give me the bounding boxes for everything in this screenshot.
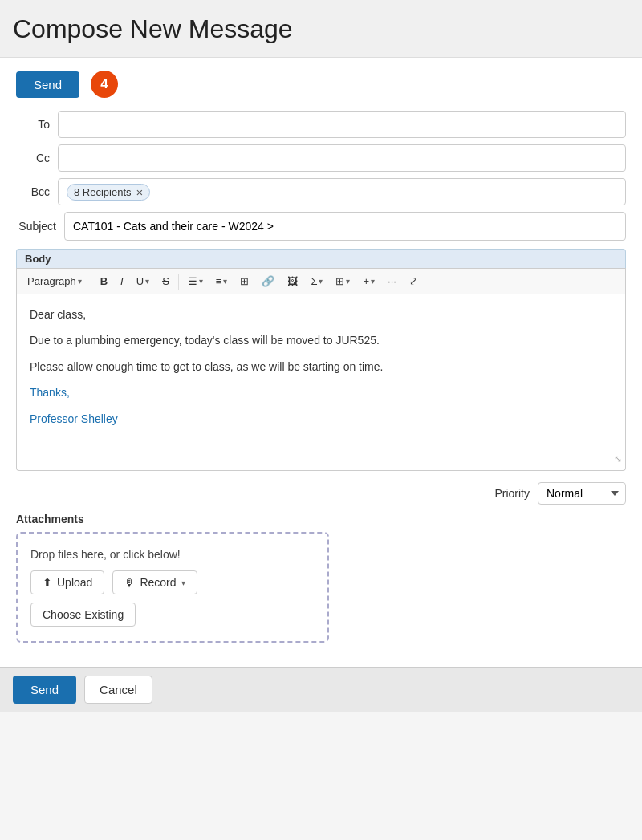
cc-label: Cc <box>16 152 58 164</box>
priority-label: Priority <box>494 487 530 500</box>
bcc-chip-text: 8 Recipients <box>74 186 132 198</box>
toolbar-expand[interactable]: ⤢ <box>404 272 424 290</box>
priority-row: Priority Normal High Low <box>16 482 626 505</box>
subject-input[interactable] <box>64 212 626 241</box>
resize-handle: ⤡ <box>614 452 622 467</box>
page-title: Compose New Message <box>13 14 629 44</box>
toolbar-underline[interactable]: U ▾ <box>131 272 155 290</box>
editor-line-3: Please allow enough time to get to class… <box>30 358 612 375</box>
record-arrow: ▾ <box>181 578 185 587</box>
toolbar-bold[interactable]: B <box>95 272 113 290</box>
body-section: Body Paragraph ▾ B I U ▾ S ☰ ▾ ≡ <box>16 249 626 471</box>
toolbar-image[interactable]: 🖼 <box>282 272 303 290</box>
send-button-bottom[interactable]: Send <box>13 676 76 704</box>
to-row: To <box>16 111 626 138</box>
bcc-chip: 8 Recipients × <box>67 184 150 201</box>
draft-badge: 4 <box>91 71 118 98</box>
toolbar-more[interactable]: ··· <box>382 272 402 290</box>
paragraph-arrow: ▾ <box>78 277 82 286</box>
toolbar-sep-1 <box>91 274 91 290</box>
record-icon <box>124 576 135 589</box>
bcc-row: Bcc 8 Recipients × <box>16 178 626 205</box>
toolbar-insert-table[interactable]: ⊞ <box>234 272 254 290</box>
editor-line-2: Due to a plumbing emergency, today's cla… <box>30 331 612 349</box>
toolbar-formula[interactable]: Σ ▾ <box>305 272 328 290</box>
toolbar-align[interactable]: ☰ ▾ <box>182 272 209 290</box>
priority-select[interactable]: Normal High Low <box>538 482 626 505</box>
cc-row: Cc <box>16 144 626 172</box>
toolbar-grid[interactable]: ⊞ ▾ <box>330 272 356 290</box>
upload-icon <box>43 576 52 589</box>
editor-line-5: Professor Shelley <box>30 410 612 428</box>
record-button[interactable]: Record ▾ <box>112 570 197 594</box>
cancel-button[interactable]: Cancel <box>84 676 152 704</box>
bcc-chip-close[interactable]: × <box>136 186 144 198</box>
body-label: Body <box>16 249 626 268</box>
toolbar-link[interactable]: 🔗 <box>256 272 280 290</box>
drop-zone[interactable]: Drop files here, or click below! Upload … <box>16 532 329 643</box>
toolbar-list[interactable]: ≡ ▾ <box>210 272 234 290</box>
send-button-top[interactable]: Send <box>16 71 79 98</box>
editor-area[interactable]: Dear class, Due to a plumbing emergency,… <box>16 294 626 471</box>
cc-input[interactable] <box>58 144 626 172</box>
choose-existing-button[interactable]: Choose Existing <box>30 603 136 627</box>
upload-button[interactable]: Upload <box>30 570 104 594</box>
toolbar-italic[interactable]: I <box>115 272 129 290</box>
drop-text: Drop files here, or click below! <box>30 548 315 561</box>
editor-line-1: Dear class, <box>30 306 612 323</box>
page-header: Compose New Message <box>0 0 642 58</box>
editor-line-4: Thanks, <box>30 383 612 401</box>
main-content: Send 4 To Cc Bcc 8 Recipients × Subject … <box>0 58 642 667</box>
bcc-field[interactable]: 8 Recipients × <box>58 178 626 205</box>
bottom-bar: Send Cancel <box>0 667 642 712</box>
toolbar-paragraph[interactable]: Paragraph ▾ <box>22 272 87 290</box>
attachments-label: Attachments <box>16 513 626 526</box>
toolbar-strikethrough[interactable]: S <box>156 272 175 290</box>
subject-row: Subject <box>16 212 626 241</box>
subject-label: Subject <box>16 220 64 233</box>
attachment-buttons: Upload Record ▾ <box>30 570 315 594</box>
toolbar-sep-2 <box>178 274 179 290</box>
bcc-label: Bcc <box>16 185 58 198</box>
to-input[interactable] <box>58 111 626 138</box>
top-bar: Send 4 <box>16 71 626 98</box>
to-label: To <box>16 118 58 131</box>
underline-arrow: ▾ <box>145 277 149 286</box>
attachments-section: Attachments Drop files here, or click be… <box>16 513 626 643</box>
toolbar-plus[interactable]: + ▾ <box>357 272 380 290</box>
editor-toolbar: Paragraph ▾ B I U ▾ S ☰ ▾ ≡ ▾ ⊞ <box>16 268 626 294</box>
